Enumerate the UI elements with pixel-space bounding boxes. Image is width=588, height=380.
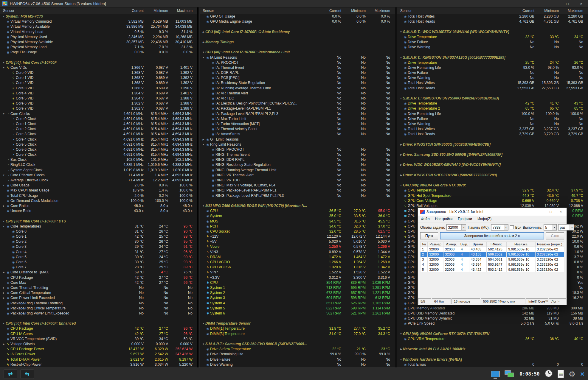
sensor-row[interactable]: ◉RING: VR TDCNoNoNo [200, 178, 395, 183]
sensor-row[interactable]: ϟ+12V12.120 V12.072 V12.144 V [200, 234, 395, 239]
sensor-row[interactable]: ◉Physical Memory Load7.1 %7.0 %31.3 % [0, 45, 197, 50]
sensor-row[interactable]: ✱System 4651 RPM626 RPM1,162 RPM [200, 301, 395, 306]
maximize-button[interactable]: □ [561, 0, 574, 7]
expand-arrow-icon[interactable]: ▼ [201, 55, 205, 60]
collapse-arrow-icon[interactable]: ▶ [201, 29, 205, 35]
sensor-row[interactable]: ◉Drive FailureNoNoNo [397, 116, 588, 122]
sensor-row[interactable]: ◉System35.0 °C33.5 °C36.0 °C [200, 214, 395, 219]
sensor-row[interactable]: ◉Package/Ring Power Limit ExceededNoNoNo [0, 311, 197, 316]
sensor-row[interactable]: ◔Average Effective Clock71.4 MHz12.2 MHz… [0, 178, 197, 183]
sensor-row[interactable]: ϟCPU VCCIO1.266 V1.264 V1.268 V [200, 260, 395, 265]
expand-arrow-icon[interactable]: ▼ [399, 331, 403, 337]
sensor-group-row[interactable]: ▶Memory Timings [200, 40, 395, 45]
sensor-row[interactable]: ◉IA: Thermal Velocity BoostNoNoNo [200, 127, 395, 132]
expand-arrow-icon[interactable]: ▼ [2, 219, 6, 224]
sensor-row[interactable]: ◉Core 329 °C24 °C91 °C [0, 244, 197, 249]
expand-arrow-icon[interactable]: ▼ [2, 183, 6, 188]
sensor-row[interactable]: ◉Drive WarningNoNoNo [200, 362, 395, 367]
collapse-arrow-icon[interactable]: ▶ [399, 173, 403, 178]
stop-button[interactable]: Стоп [546, 232, 564, 239]
expand-arrow-icon[interactable]: ▼ [399, 183, 403, 188]
expand-arrow-icon[interactable]: ▼ [399, 29, 403, 35]
sensor-group-row[interactable]: ▼S.M.A.R.T.: WDC WD10EZEX-08WN4A0 [WD-WC… [397, 29, 588, 35]
collapse-arrow-icon[interactable]: ▶ [201, 40, 205, 45]
sensor-row[interactable]: ◉Virtual Memory Commited3,582 MB3,529 MB… [0, 19, 197, 24]
sensor-row[interactable]: ◉IA: VmaxStressNoNoNo [200, 132, 395, 137]
clock-icon-button[interactable] [544, 369, 553, 379]
sensor-group-row[interactable]: ▼CPU [#0]: Intel Core i7-10700F: Enhance… [0, 321, 197, 326]
sensor-row[interactable]: ◔Core 1 Clock4,691.0 MHz815.4 MHz4,694.3… [0, 122, 197, 127]
multi-monitor-icon-button[interactable] [505, 370, 515, 378]
sensor-row[interactable]: ◉Core 431 °C27 °C96 °C [0, 250, 197, 255]
sensor-row[interactable]: ◉CPU Package42 °C27 °C96 °C [0, 326, 197, 331]
sensor-row[interactable]: ✱System 3604 RPM598 RPM613 RPM [200, 295, 395, 300]
sensor-row[interactable]: ϟCore 4 VID1.364 V0.689 V1.401 V [0, 91, 197, 96]
expand-arrow-icon[interactable]: ▼ [201, 342, 205, 347]
sensor-row[interactable]: ◉Drive Temperature25 °C24 °C26 °C [397, 60, 588, 65]
sensor-row[interactable]: ◉Physical Memory Available30,357 MB22,43… [0, 40, 197, 45]
sensor-row[interactable]: ▶◉Core Power Limit ExceededNoNoNo [0, 295, 197, 300]
column-header-minimum[interactable]: Minimum [341, 9, 366, 13]
chevron-down-icon[interactable]: ▾ [552, 225, 556, 230]
column-header-minimum[interactable]: Minimum [534, 9, 559, 13]
run-unit-select[interactable]: раз ▾ [558, 224, 574, 231]
sensor-row[interactable]: ◉RING: DDR RAPLNoNoNo [200, 157, 395, 162]
sensor-row[interactable]: ϟCore 1 VID1.368 V0.689 V1.392 V [0, 75, 197, 80]
sensor-row[interactable]: ◔Core 3 Clock4,691.0 MHz815.4 MHz4,694.3… [0, 132, 197, 137]
sensor-row[interactable]: ✱System 6562 RPM521 RPM1,261 RPM [200, 311, 395, 316]
sensor-row[interactable]: ◉Drive Remaining Life99.0 %99.0 %99.0 % [200, 352, 395, 357]
sensor-row[interactable]: ◉Drive WarningNoNoNo [397, 75, 588, 80]
arrows-left-right-button-2[interactable]: ⇆ [20, 369, 34, 379]
sensor-row[interactable]: ◉Drive WarningNoNoNo [397, 122, 588, 127]
settings-gear-button[interactable]: ⚙ [569, 370, 575, 378]
expand-arrow-icon[interactable]: ▼ [2, 65, 6, 70]
sensor-row[interactable]: ◉RING: VR Thermal AlertNoNoNo [200, 173, 395, 178]
sensor-row[interactable]: ▼ϟCore VIDs1.366 V0.687 V1.401 V [0, 65, 197, 70]
linx-minimize-button[interactable]: — [536, 208, 546, 216]
expand-arrow-icon[interactable]: ▼ [399, 96, 403, 101]
sensor-row[interactable]: ϟCore 3 VID1.368 V0.689 V1.390 V [0, 86, 197, 91]
sensor-row[interactable]: ϟVIN71.522 V1.520 V1.522 V [200, 270, 395, 275]
result-row[interactable]: 43200032008443.354503.92479.981538e-103.… [421, 262, 564, 267]
column-header-sensor[interactable]: Sensor [3, 9, 119, 13]
sensor-row[interactable]: ◉Core 230 °C26 °C95 °C [0, 239, 197, 244]
sensor-row[interactable]: ◉Core 728 °C25 °C89 °C [0, 265, 197, 270]
monitor-icon-button[interactable] [491, 371, 500, 377]
sensor-row[interactable]: ϟCore 7 VID1.362 V0.687 V1.388 V [0, 106, 197, 111]
sensor-row[interactable]: ϟ+3.3V3.312 V3.300 V3.316 V [200, 275, 395, 280]
sensor-row[interactable]: ◉Page File Usage0.0 %0.0 %0.0 % [0, 50, 197, 55]
chevron-down-icon[interactable]: ▾ [461, 225, 466, 230]
sensor-row[interactable]: ◉Drive Airflow Temperature22 °C21 °C23 °… [200, 347, 395, 352]
sensor-row[interactable]: ◔Core 6 Clock4,691.0 MHz815.4 MHz4,694.3… [0, 147, 197, 152]
sensor-row[interactable]: ◉IA: Thermal EventNoNoNo [200, 65, 395, 70]
sensor-row[interactable]: ◉Drive Temperature42 °C41 °C43 °C [397, 101, 588, 106]
sensor-row[interactable]: ◉On-Demand Clock Modulation100.0 %100.0 … [0, 198, 197, 203]
sensor-row[interactable]: ◔Core 4 Clock4,691.0 MHz815.4 MHz4,694.3… [0, 137, 197, 142]
sensor-row[interactable]: ◉CPU IA Cores42 °C27 °C96 °C [0, 331, 197, 337]
sensor-group-row[interactable]: ▼System: MSI MS-7C79 [0, 14, 197, 19]
sensor-row[interactable]: ✱System 1713 RPM695 RPM1,251 RPM [200, 285, 395, 290]
column-header-current[interactable]: Current [510, 9, 534, 13]
sensor-row[interactable]: ◉Drive Remaining Life100.0 %100.0 %100.0… [397, 111, 588, 116]
linx-menu-item[interactable]: Настройки [435, 217, 453, 221]
sensor-row[interactable]: ✱System 2673 RPM657 RPM1,221 RPM [200, 290, 395, 295]
sensor-row[interactable]: ϟGPU Core Voltage0.669 V0.669 V0.738 V [397, 198, 588, 203]
expand-arrow-icon[interactable]: ▼ [201, 321, 205, 326]
sensor-row[interactable]: ▶◉Core Distance to TjMAX69 °C4 °C76 °C [0, 270, 197, 275]
sensor-row[interactable]: ϟCore 6 VID1.362 V0.687 V1.388 V [0, 101, 197, 106]
result-column-header[interactable]: ГФлопс [486, 242, 506, 247]
sensor-row[interactable]: ✱CPU854 RPM839 RPM1,029 RPM [200, 280, 395, 285]
column-header-sensor[interactable]: Sensor [203, 9, 317, 13]
sensor-row[interactable]: ◉Package/Ring Thermal ThrottlingNoNoNo [0, 301, 197, 306]
sensor-row[interactable]: ◉GPU D3D Memory Dynamic32 MB31 MB38 MB [397, 316, 588, 321]
sensor-group-row[interactable]: ▼CPU [#0]: Intel Core i7-10700F: DTS [0, 219, 197, 224]
sensor-group-row[interactable]: ▼S.M.A.R.T.: Samsung SSD 860 EVO 500GB [… [200, 342, 395, 347]
sensor-row[interactable]: ◉MOS34.5 °C31.5 °C45.5 °C [200, 219, 395, 224]
sensor-row[interactable]: ◔Core 5 Clock4,691.0 MHz815.4 MHz4,694.3… [0, 142, 197, 147]
expand-arrow-icon[interactable]: ▼ [399, 357, 403, 362]
sensor-row[interactable]: ◉VR VCC Temperature (SVID)39 °C34 °C50 °… [0, 337, 197, 342]
column-header-maximum[interactable]: Maximum [168, 9, 193, 13]
sensor-row[interactable]: ϟVcore1.250 V0.578 V1.266 V [200, 244, 395, 249]
result-column-header[interactable]: Выр. [459, 242, 469, 247]
sensor-row[interactable]: ϟCPU VCCSA1.320 V1.316 V1.342 V [200, 265, 395, 270]
